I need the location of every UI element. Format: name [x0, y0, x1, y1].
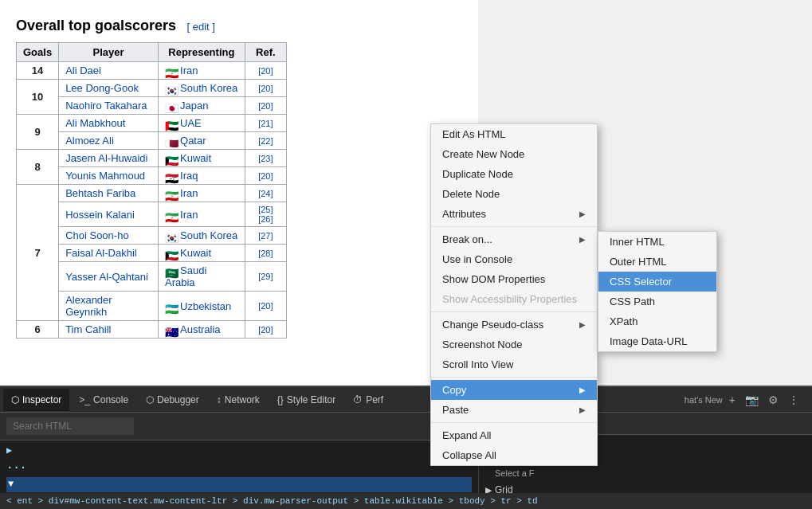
menu-item-create-new-node[interactable]: Create New Node [431, 144, 597, 164]
html-tree-line[interactable]: ▼ [6, 477, 472, 492]
submenu-item-css-selector[interactable]: CSS Selector [598, 272, 716, 292]
devtools-panel: ⬡Inspector>_Console⬡Debugger↕Network{}St… [0, 386, 812, 509]
tab-console[interactable]: >_Console [71, 389, 136, 411]
cell-player[interactable]: Almoez Ali [59, 132, 159, 150]
overflow-button[interactable]: ⋮ [785, 392, 802, 408]
html-tree-line[interactable]: ▶ ··· [6, 444, 472, 477]
menu-item-paste[interactable]: Paste▶ [431, 400, 597, 420]
menu-label-scroll-into-view: Scroll Into View [442, 358, 513, 370]
menu-label-paste: Paste [442, 404, 469, 416]
cell-goals: 14 [17, 62, 59, 80]
tab-label-style-editor: Style Editor [287, 394, 335, 405]
menu-item-attributes[interactable]: Attributes▶ [431, 204, 597, 224]
submenu-item-xpath[interactable]: XPath [598, 311, 716, 331]
menu-label-screenshot-node: Screenshot Node [442, 339, 522, 350]
tab-label-debugger: Debugger [157, 394, 199, 405]
tab-debugger[interactable]: ⬡Debugger [138, 389, 207, 411]
search-input[interactable] [6, 417, 134, 435]
cell-country[interactable]: 🇰🇷South Korea [159, 227, 245, 245]
menu-item-delete-node[interactable]: Delete Node [431, 184, 597, 204]
tab-perf[interactable]: ⏱Perf [345, 389, 391, 411]
menu-arrow-paste: ▶ [579, 405, 586, 414]
devtools-toolbar-right: hat's New + 📷 ⚙ ⋮ [685, 392, 809, 408]
cell-player[interactable]: Faisal Al-Dakhil [59, 245, 159, 262]
cell-country[interactable]: 🇦🇺Australia [159, 321, 245, 339]
menu-divider [431, 311, 597, 312]
menu-item-collapse-all[interactable]: Collapse All [431, 445, 597, 465]
context-menu: Edit As HTMLCreate New NodeDuplicate Nod… [430, 123, 598, 466]
settings-button[interactable]: ⚙ [765, 392, 782, 408]
network-icon: ↕ [217, 394, 222, 405]
menu-item-break-on[interactable]: Break on...▶ [431, 229, 597, 249]
cell-goals: 6 [17, 321, 59, 339]
cell-country[interactable]: 🇰🇼Kuwait [159, 150, 245, 167]
menu-label-use-in-console: Use in Console [442, 253, 512, 265]
menu-arrow-break-on: ▶ [579, 235, 586, 244]
cell-ref: [20] [245, 321, 286, 339]
cell-country[interactable]: 🇮🇶Iraq [159, 167, 245, 185]
cell-player[interactable]: Hossein Kalani [59, 202, 159, 227]
cell-player[interactable]: Ali Mabkhout [59, 115, 159, 132]
menu-arrow-change-pseudo-class: ▶ [579, 320, 586, 329]
wiki-table: Goals Player Representing Ref. 14Ali Dae… [16, 42, 287, 339]
menu-item-duplicate-node[interactable]: Duplicate Node [431, 164, 597, 184]
menu-divider [431, 377, 597, 378]
cell-player[interactable]: Naohiro Takahara [59, 97, 159, 115]
menu-item-screenshot-node[interactable]: Screenshot Node [431, 335, 597, 354]
edit-link[interactable]: [ edit ] [187, 21, 215, 33]
col-ref: Ref. [245, 43, 286, 62]
table-row: 8Jasem Al-Huwaidi🇰🇼Kuwait[23] [17, 150, 287, 167]
col-goals: Goals [17, 43, 59, 62]
cell-ref: [28] [245, 245, 286, 262]
cell-ref: [20] [245, 167, 286, 185]
tab-style-editor[interactable]: {}Style Editor [269, 389, 343, 411]
cell-player[interactable]: Behtash Fariba [59, 185, 159, 202]
table-row: 10Lee Dong-Gook🇰🇷South Korea[20] [17, 80, 287, 97]
menu-item-edit-as-html[interactable]: Edit As HTML [431, 124, 597, 144]
cell-country[interactable]: 🇺🇿Uzbekistan [159, 292, 245, 321]
cell-goals: 8 [17, 150, 59, 185]
menu-label-duplicate-node: Duplicate Node [442, 168, 513, 180]
cell-country[interactable]: 🇶🇦Qatar [159, 132, 245, 150]
cell-country[interactable]: 🇰🇼Kuwait [159, 245, 245, 262]
cell-ref: [24] [245, 185, 286, 202]
cell-country[interactable]: 🇰🇷South Korea [159, 80, 245, 97]
menu-item-change-pseudo-class[interactable]: Change Pseudo-class▶ [431, 315, 597, 335]
select-a-label: Select a F [485, 465, 806, 478]
menu-item-use-in-console[interactable]: Use in Console [431, 249, 597, 269]
cell-country[interactable]: 🇮🇷Iran [159, 62, 245, 80]
cell-ref: [21] [245, 115, 286, 132]
tab-label-perf: Perf [366, 394, 383, 405]
cell-player[interactable]: Lee Dong-Gook [59, 80, 159, 97]
menu-item-expand-all[interactable]: Expand All [431, 425, 597, 445]
menu-arrow-attributes: ▶ [579, 209, 586, 218]
cell-player[interactable]: Younis Mahmoud [59, 167, 159, 185]
cell-player[interactable]: Choi Soon-ho [59, 227, 159, 245]
menu-item-scroll-into-view[interactable]: Scroll Into View [431, 354, 597, 374]
submenu-item-css-path[interactable]: CSS Path [598, 292, 716, 311]
cell-country[interactable]: 🇮🇷Iran [159, 185, 245, 202]
submenu-item-outer-html[interactable]: Outer HTML [598, 252, 716, 272]
cell-player[interactable]: Tim Cahill [59, 321, 159, 339]
menu-item-copy[interactable]: Copy▶ [431, 380, 597, 400]
cell-ref: [20] [245, 292, 286, 321]
menu-label-collapse-all: Collapse All [442, 449, 496, 461]
submenu-item-image-data-url[interactable]: Image Data-URL [598, 331, 716, 351]
menu-item-show-dom-properties[interactable]: Show DOM Properties [431, 269, 597, 289]
add-tab-button[interactable]: + [726, 392, 739, 408]
cell-country[interactable]: 🇦🇪UAE [159, 115, 245, 132]
menu-label-change-pseudo-class: Change Pseudo-class [442, 319, 543, 331]
cell-country[interactable]: 🇯🇵Japan [159, 97, 245, 115]
menu-label-expand-all: Expand All [442, 429, 491, 441]
cell-player[interactable]: Jasem Al-Huwaidi [59, 150, 159, 167]
screenshot-button[interactable]: 📷 [742, 392, 762, 408]
console-icon: >_ [79, 394, 90, 405]
tab-inspector[interactable]: ⬡Inspector [3, 389, 69, 411]
submenu-item-inner-html[interactable]: Inner HTML [598, 232, 716, 252]
cell-player[interactable]: Yasser Al-Qahtani [59, 262, 159, 292]
cell-country[interactable]: 🇸🇦Saudi Arabia [159, 262, 245, 292]
tab-network[interactable]: ↕Network [209, 389, 268, 411]
cell-country[interactable]: 🇮🇷Iran [159, 202, 245, 227]
cell-player[interactable]: Ali Daei [59, 62, 159, 80]
cell-player[interactable]: Alexander Geynrikh [59, 292, 159, 321]
